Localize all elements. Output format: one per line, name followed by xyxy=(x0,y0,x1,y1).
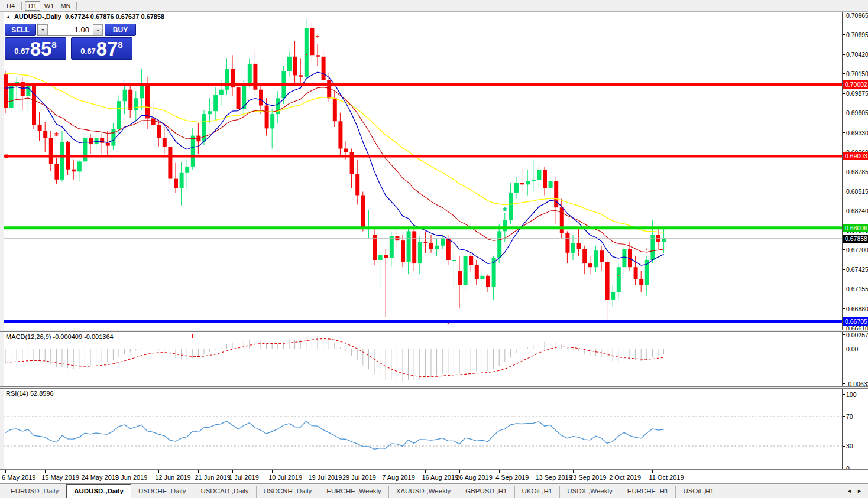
buy-price-base: 0.67 xyxy=(80,47,95,56)
rsi-axis-label: 30 xyxy=(846,442,853,450)
macd-indicator-panel[interactable]: MACD(12,26,9) -0.000409 -0.001364 xyxy=(4,332,842,386)
price-axis-label: 0.69330 xyxy=(846,129,868,136)
price-axis-label: 0.68240 xyxy=(846,207,868,214)
date-label: 19 Jul 2019 xyxy=(308,474,342,481)
date-label: 4 Sep 2019 xyxy=(495,474,529,481)
price-axis-label: 0.70420 xyxy=(846,51,868,58)
timeframe-button-h4[interactable]: H4 xyxy=(3,1,18,11)
price-axis-label: 0.67425 xyxy=(846,266,868,273)
trading-terminal-window: H4D1W1MN ✱▪+▪✱▪▪ ▲ AUDUSD-,Daily 0.67724… xyxy=(0,0,868,498)
chart-tab-ukoil-h1[interactable]: UKOil-,H1 xyxy=(515,486,561,498)
buy-price-big: 87 xyxy=(96,40,118,58)
price-axis-label: 0.67155 xyxy=(846,285,868,292)
price-chart-panel[interactable]: ✱▪+▪✱▪▪ ▲ AUDUSD-,Daily 0.67724 0.67876 … xyxy=(4,12,842,330)
chart-tab-usdchf-daily[interactable]: USDCHF-,Daily xyxy=(131,486,194,498)
chart-tab-usdx-weekly[interactable]: USDX-,Weekly xyxy=(560,486,620,498)
macd-axis[interactable]: 0.0025740.00-0.006326 xyxy=(842,332,868,386)
rsi-axis[interactable]: 10070300 xyxy=(842,389,868,469)
timeframe-button-d1[interactable]: D1 xyxy=(25,1,40,11)
chart-tab-usdcnh-daily[interactable]: USDCNH-,Daily xyxy=(257,486,320,498)
sell-price-big: 85 xyxy=(30,40,52,58)
price-axis-label: 0.69875 xyxy=(846,90,868,97)
sell-button[interactable]: SELL xyxy=(5,24,36,36)
timeframe-toolbar: H4D1W1MN xyxy=(0,0,868,12)
candles xyxy=(4,19,666,321)
chart-tab-usoil-h1[interactable]: USOil-,H1 xyxy=(676,486,721,498)
rsi-axis-label: 100 xyxy=(846,391,857,398)
date-label: 3 Jun 2019 xyxy=(115,474,147,481)
date-axis[interactable]: 6 May 201915 May 201924 May 20193 Jun 20… xyxy=(0,470,868,483)
chart-marker: ▪ xyxy=(305,51,307,57)
rsi-axis-label: 70 xyxy=(846,413,853,420)
volume-increase-icon[interactable]: ▲ xyxy=(93,24,103,35)
date-label: 7 Aug 2019 xyxy=(382,474,415,481)
macd-axis-label: 0.002574 xyxy=(846,331,868,338)
timeframe-button-w1[interactable]: W1 xyxy=(41,1,57,11)
price-axis-label: 0.69605 xyxy=(846,109,868,116)
volume-stepper: ▼ 1.00 ▲ xyxy=(37,24,103,36)
chart-tab-eurchf-weekly[interactable]: EURCHF-,Weekly xyxy=(319,486,388,498)
bid-price-badge: 0.67858 xyxy=(843,235,868,243)
price-level-badge: 0.66705 xyxy=(843,317,868,326)
chart-tab-usdcad-daily[interactable]: USDCAD-,Daily xyxy=(193,486,256,498)
price-level-badge: 0.68006 xyxy=(843,224,868,232)
one-click-trade-panel: SELL ▼ 1.00 ▲ BUY 0.67 85 8 0.67 87 8 xyxy=(5,24,137,60)
collapse-triangle-icon[interactable]: ▲ xyxy=(6,14,11,19)
date-label: 29 Jul 2019 xyxy=(342,474,376,481)
price-axis-label: 0.70695 xyxy=(846,31,868,38)
rsi-label: RSI(14) 52.8596 xyxy=(6,390,54,397)
macd-axis-label: 0.00 xyxy=(846,346,858,353)
chart-ohlc-values: 0.67724 0.67876 0.67637 0.67858 xyxy=(65,13,164,20)
tab-scroll-left-icon[interactable]: ◄ xyxy=(847,488,852,494)
date-label: 16 Aug 2019 xyxy=(422,474,458,481)
date-label: 10 Jul 2019 xyxy=(268,474,302,481)
chart-tab-eurusd-daily[interactable]: EURUSD-,Daily xyxy=(4,486,66,498)
chart-marker: ▪ xyxy=(646,246,647,252)
macd-canvas[interactable] xyxy=(4,332,842,386)
macd-label: MACD(12,26,9) -0.000409 -0.001364 xyxy=(6,333,114,340)
price-axis-label: 0.68515 xyxy=(846,188,868,195)
date-label: 26 Aug 2019 xyxy=(456,474,493,481)
toolbar-divider xyxy=(76,2,77,10)
rsi-indicator-panel[interactable]: RSI(14) 52.8596 xyxy=(4,389,842,469)
date-label: 1 Jul 2019 xyxy=(229,474,259,481)
date-label: 23 Sep 2019 xyxy=(569,474,606,481)
date-label: 24 May 2019 xyxy=(81,474,119,481)
rsi-canvas[interactable] xyxy=(4,389,842,469)
date-label: 11 Oct 2019 xyxy=(649,474,684,481)
tab-nav: ◄► xyxy=(847,488,868,494)
volume-decrease-icon[interactable]: ▼ xyxy=(38,24,48,35)
price-level-badge: 0.70002 xyxy=(843,80,868,89)
date-label: 21 Jun 2019 xyxy=(195,474,231,481)
buy-price-display[interactable]: 0.67 87 8 xyxy=(71,37,132,60)
chart-tab-audusd-daily[interactable]: AUDUSD-,Daily xyxy=(66,484,131,498)
chart-tab-bar: EURUSD-,DailyAUDUSD-,DailyUSDCHF-,DailyU… xyxy=(0,483,868,498)
date-label: 15 May 2019 xyxy=(41,474,79,481)
chart-marker: ✱ xyxy=(503,206,507,213)
date-label: 12 Jun 2019 xyxy=(155,474,191,481)
chart-marker: ▪ xyxy=(617,272,619,278)
timeframe-button-mn[interactable]: MN xyxy=(58,1,73,11)
price-axis-label: 0.66880 xyxy=(846,305,868,313)
sell-price-pip: 8 xyxy=(51,40,56,50)
chart-tab-xauusd-weekly[interactable]: XAUUSD-,Weekly xyxy=(389,486,458,498)
date-label: 13 Sep 2019 xyxy=(535,474,572,481)
price-axis-label: 0.70150 xyxy=(846,70,868,77)
tab-scroll-right-icon[interactable]: ► xyxy=(857,488,862,494)
buy-price-pip: 8 xyxy=(118,40,122,50)
price-axis-label: 0.70965 xyxy=(846,12,868,19)
toolbar-divider xyxy=(21,2,22,10)
chart-tab-eurchf-h1[interactable]: EURCHF-,H1 xyxy=(620,486,676,498)
price-axis[interactable]: 0.709650.706950.704200.701500.698750.696… xyxy=(842,12,868,330)
price-level-badge: 0.69003 xyxy=(843,152,868,160)
buy-button[interactable]: BUY xyxy=(105,24,136,36)
date-label: 2 Oct 2019 xyxy=(609,474,641,481)
chart-marker: + xyxy=(315,32,319,41)
macd-histogram xyxy=(5,336,664,382)
sell-price-display[interactable]: 0.67 85 8 xyxy=(5,37,66,60)
chart-marker: ▪ xyxy=(447,320,449,326)
rsi-line xyxy=(5,421,664,450)
chart-tab-gbpusd-h1[interactable]: GBPUSD-,H1 xyxy=(458,486,514,498)
volume-input[interactable]: 1.00 xyxy=(48,24,93,35)
chart-marker: ✱ xyxy=(54,131,59,138)
